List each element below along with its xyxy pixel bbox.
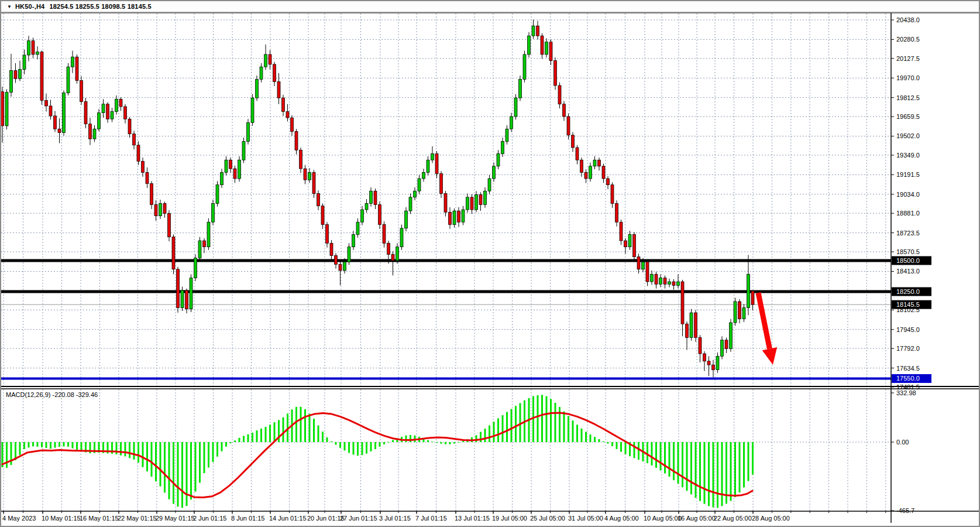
- bear-candle: [374, 191, 377, 204]
- bear-candle: [646, 262, 649, 282]
- bear-candle: [554, 61, 557, 85]
- bear-candle: [177, 269, 180, 308]
- bull-candle: [484, 191, 487, 204]
- bull-candle: [422, 172, 425, 179]
- bull-candle: [506, 129, 508, 141]
- bull-candle: [519, 79, 522, 98]
- bear-candle: [277, 82, 280, 98]
- price-tick-label: 18570.5: [896, 248, 920, 255]
- bear-candle: [1, 92, 4, 126]
- bull-candle: [716, 356, 719, 369]
- bull-candle: [659, 278, 662, 285]
- bear-candle: [203, 241, 206, 247]
- bull-candle: [370, 191, 373, 203]
- bull-candle: [181, 290, 184, 308]
- bear-candle: [615, 203, 618, 222]
- bear-candle: [549, 42, 552, 61]
- bull-candle: [396, 247, 399, 261]
- price-tick-label: 18723.5: [896, 230, 920, 237]
- bull-candle: [19, 69, 22, 78]
- bull-candle: [414, 191, 417, 197]
- bear-candle: [45, 100, 48, 106]
- bull-candle: [742, 308, 745, 319]
- bull-candle: [418, 179, 421, 191]
- bull-candle: [493, 166, 496, 179]
- bear-candle: [444, 193, 447, 212]
- bull-candle: [642, 262, 645, 269]
- bear-candle: [633, 234, 636, 256]
- bear-candle: [282, 98, 285, 111]
- bear-candle: [84, 102, 87, 124]
- macd-indicator-label: MACD(12,26,9) -220.08 -329.46: [6, 391, 98, 398]
- time-tick-label: 2 Jun 01:15: [193, 515, 227, 522]
- bear-candle: [699, 337, 702, 354]
- time-tick-label: 29 May 01:15: [156, 515, 195, 522]
- bull-candle: [198, 241, 201, 258]
- time-tick-label: 27 Jun 01:15: [340, 515, 377, 522]
- bear-candle: [725, 340, 728, 349]
- time-axis[interactable]: 4 May 202310 May 01:1516 May 01:1522 May…: [2, 511, 886, 522]
- bull-candle: [111, 112, 114, 119]
- grid: [1, 13, 891, 511]
- bull-candle: [5, 93, 8, 126]
- bear-candle: [58, 129, 61, 132]
- bear-candle: [317, 193, 320, 206]
- bear-candle: [172, 237, 175, 269]
- macd-tick-label: 332.98: [896, 389, 916, 396]
- time-tick-label: 22 May 01:15: [118, 515, 157, 522]
- bull-candle: [221, 172, 223, 184]
- bear-candle: [54, 116, 57, 129]
- bear-candle: [273, 64, 276, 82]
- bear-candle: [168, 213, 171, 237]
- bear-candle: [185, 290, 188, 309]
- bear-candle: [163, 203, 166, 213]
- bull-candle: [628, 234, 631, 247]
- bear-candle: [572, 135, 575, 148]
- bear-candle: [598, 160, 601, 166]
- price-tick-label: 17634.5: [896, 365, 920, 372]
- bull-candle: [93, 129, 96, 139]
- bear-candle: [620, 222, 623, 241]
- bear-candle: [150, 184, 153, 205]
- time-tick-label: 31 Jul 05:00: [568, 515, 603, 522]
- bear-candle: [602, 166, 605, 179]
- bear-candle: [387, 243, 390, 254]
- bull-candle: [747, 274, 750, 307]
- bear-candle: [32, 41, 35, 54]
- bull-candle: [497, 154, 500, 166]
- bull-candle: [510, 117, 513, 129]
- macd-signal-line: [2, 413, 752, 498]
- price-level-label: 18250.0: [896, 288, 920, 295]
- bull-candle: [690, 313, 693, 337]
- bull-candle: [721, 340, 724, 357]
- time-tick-label: 4 Aug 05:00: [604, 515, 639, 522]
- price-tick-label: 18881.0: [896, 210, 920, 217]
- bear-candle: [541, 36, 544, 54]
- macd-tick-label: 0.00: [896, 439, 909, 446]
- bull-candle: [651, 274, 654, 282]
- bear-candle: [391, 254, 394, 261]
- bear-candle: [694, 313, 697, 337]
- bull-candle: [115, 99, 118, 111]
- bear-candle: [379, 205, 381, 225]
- bull-candle: [207, 222, 210, 247]
- bear-candle: [286, 112, 289, 118]
- price-chart-canvas[interactable]: 20438.020280.520127.519970.019812.519659…: [1, 1, 980, 527]
- bear-candle: [339, 264, 342, 271]
- time-tick-label: 10 Aug 05:00: [644, 515, 682, 522]
- price-level-label: 17550.0: [896, 375, 920, 382]
- time-tick-label: 20 Jun 01:15: [307, 515, 345, 522]
- down-arrow-annotation[interactable]: [758, 293, 777, 365]
- bear-candle: [330, 243, 333, 255]
- time-tick-label: 13 Jul 01:15: [455, 515, 490, 522]
- price-axis: 20438.020280.520127.519970.019812.519659…: [891, 16, 931, 391]
- candlestick-series: [1, 20, 754, 378]
- bull-candle: [501, 141, 504, 153]
- bull-candle: [264, 54, 267, 67]
- bear-candle: [119, 99, 122, 107]
- bull-candle: [365, 203, 368, 210]
- bear-candle: [291, 118, 294, 131]
- bear-candle: [40, 52, 43, 101]
- bull-candle: [514, 98, 517, 117]
- bull-candle: [466, 197, 469, 210]
